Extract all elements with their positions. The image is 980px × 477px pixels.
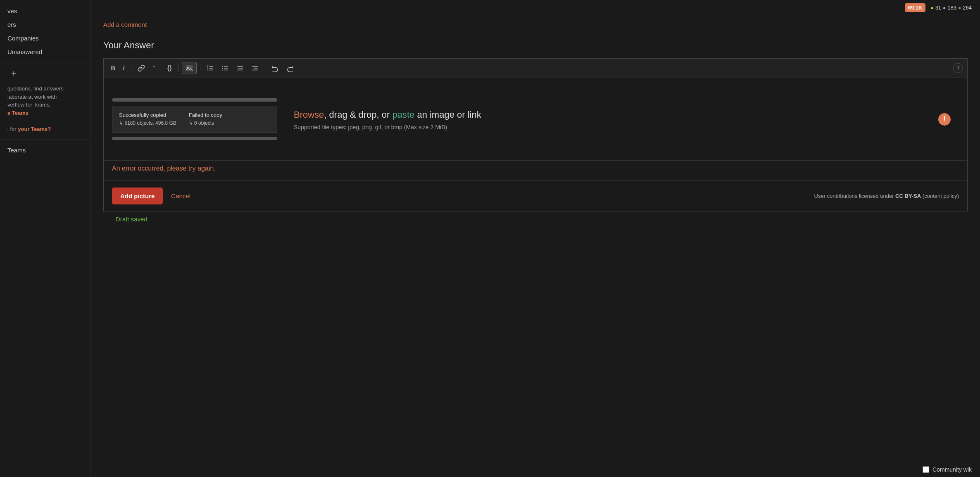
teams-link[interactable]: e Teams [7, 110, 29, 116]
add-comment-link[interactable]: Add a comment [103, 21, 147, 28]
svg-point-14 [222, 69, 223, 70]
cancel-button[interactable]: Cancel [169, 189, 192, 203]
license-text: User contributions licensed under CC BY-… [814, 193, 959, 199]
redo-button[interactable] [283, 63, 297, 74]
toolbar-separator-2 [178, 64, 178, 72]
sidebar-item-ers[interactable]: ers [0, 18, 90, 31]
copy-success-col: Successfully copied ↳ 5180 objects, 496.… [119, 111, 176, 128]
copy-fail-label: Failed to copy [189, 111, 222, 120]
gold-count: 31 [935, 5, 941, 11]
silver-badge-icon: ● [943, 5, 946, 11]
drop-zone-end: an image or link [414, 109, 481, 120]
help-button[interactable]: ? [953, 63, 963, 73]
your-teams-link[interactable]: your Teams? [18, 126, 51, 132]
answer-heading: Your Answer [103, 40, 968, 51]
editor-toolbar: B I " {} [104, 59, 967, 78]
add-picture-button[interactable]: Add picture [112, 187, 163, 204]
drop-zone-subtitle: Supported file types: jpeg, png, gif, or… [294, 124, 959, 131]
sidebar-item-companies[interactable]: Companies [0, 31, 90, 45]
preview-bar-top [112, 98, 277, 102]
draft-saved: Draft saved [103, 211, 968, 227]
undo-button[interactable] [269, 63, 282, 74]
bold-button[interactable]: B [108, 63, 118, 74]
copy-fail-value: ↳ 0 objects [189, 119, 222, 127]
toolbar-separator-4 [265, 64, 265, 72]
unordered-list-button[interactable] [219, 63, 232, 74]
browse-link[interactable]: Browse [294, 109, 324, 120]
image-preview-area: Successfully copied ↳ 5180 objects, 496.… [112, 98, 277, 140]
community-wiki-label: Community wik [932, 466, 972, 473]
editor-actions: Add picture Cancel User contributions li… [104, 180, 967, 211]
image-drop-zone[interactable]: Successfully copied ↳ 5180 objects, 496.… [104, 78, 967, 161]
blockquote-button[interactable]: " [150, 63, 163, 74]
indent-increase-button[interactable] [248, 63, 262, 74]
error-icon: ! [938, 113, 951, 126]
bronze-badge-icon: ● [958, 5, 961, 11]
answer-section: Your Answer B I " [91, 40, 980, 227]
sidebar-divider [0, 62, 90, 62]
preview-bar-bottom [112, 137, 277, 140]
drop-zone-wrapper: Browse, drag & drop, or paste an image o… [294, 108, 959, 131]
toolbar-separator-1 [131, 64, 131, 72]
copy-fail-col: Failed to copy ↳ 0 objects [189, 111, 222, 128]
drop-zone-middle: , drag & drop, or [324, 109, 392, 120]
link-button[interactable] [135, 63, 148, 74]
svg-point-13 [222, 68, 223, 69]
user-reputation: 69.1K [905, 3, 926, 12]
sidebar-divider-2 [0, 140, 90, 140]
error-message: An error occurred, please try again. [104, 161, 967, 180]
code-button[interactable]: {} [164, 63, 175, 74]
svg-text:": " [153, 65, 156, 71]
sidebar-promo: questions, find answers laborate at work… [0, 81, 90, 136]
svg-text:3.: 3. [207, 69, 209, 71]
add-team-button[interactable]: + [7, 67, 20, 80]
sidebar: ves ers Companies Unanswered + questions… [0, 0, 91, 477]
ordered-list-button[interactable]: 1. 2. 3. [204, 63, 217, 74]
sidebar-item-unanswered[interactable]: Unanswered [0, 45, 90, 59]
paste-link: paste [392, 109, 414, 120]
drop-zone-text: Browse, drag & drop, or paste an image o… [294, 108, 959, 121]
comment-section: Add a comment [91, 15, 980, 34]
indent-decrease-button[interactable] [233, 63, 247, 74]
copy-success-label: Successfully copied [119, 111, 176, 120]
license-link: CC BY-SA [895, 193, 921, 199]
svg-point-12 [222, 66, 223, 66]
gold-badge-icon: ● [930, 5, 933, 11]
silver-count: 183 [947, 5, 956, 11]
sidebar-item-ves[interactable]: ves [0, 4, 90, 18]
image-button[interactable] [182, 62, 197, 74]
italic-button[interactable]: I [120, 63, 128, 74]
community-wiki-checkbox[interactable] [923, 466, 929, 473]
answer-editor: B I " {} [103, 58, 968, 211]
toolbar-separator-3 [200, 64, 200, 72]
community-wiki: Community wik [923, 466, 972, 473]
rep-badges: ● 31 ● 183 ● 264 [930, 5, 972, 11]
main-content: 69.1K ● 31 ● 183 ● 264 Add a comment You… [91, 0, 980, 477]
section-divider [103, 34, 968, 34]
copy-success-value: ↳ 5180 objects, 496.8 GB [119, 119, 176, 127]
image-preview-card: Successfully copied ↳ 5180 objects, 496.… [112, 106, 277, 133]
top-bar: 69.1K ● 31 ● 183 ● 264 [91, 0, 980, 15]
sidebar-item-teams[interactable]: Teams [0, 143, 90, 157]
bronze-count: 264 [963, 5, 972, 11]
